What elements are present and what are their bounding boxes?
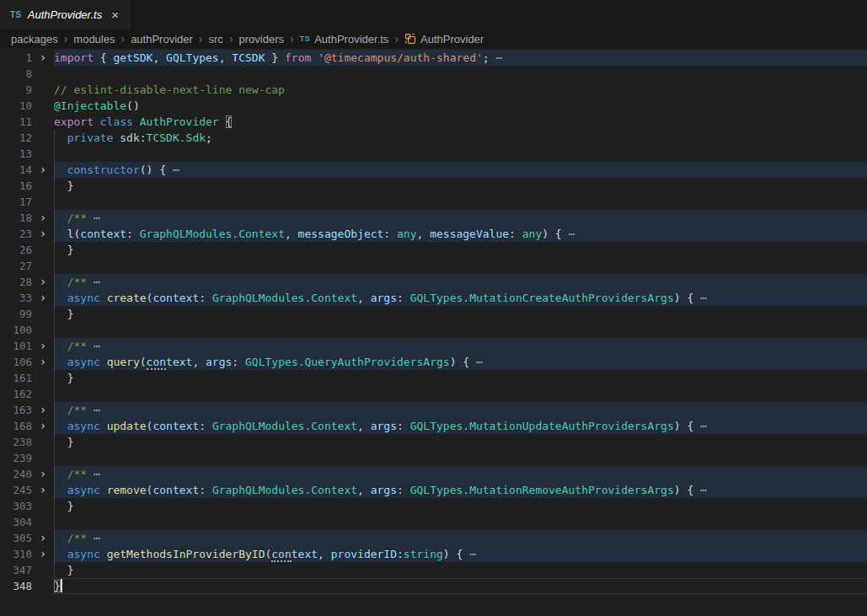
typescript-file-icon: TS [10, 10, 22, 19]
line-number: 161 [0, 370, 32, 386]
code-line-13[interactable]: 13 [0, 146, 867, 162]
code-token: query [107, 356, 140, 368]
fold-chevron-icon[interactable]: › [32, 546, 54, 562]
code-token: con [271, 548, 291, 562]
tab-title: AuthProvider.ts [28, 8, 102, 21]
code-line-245[interactable]: 245› async remove(context: GraphQLModule… [0, 482, 867, 498]
code-line-162[interactable]: 162 [0, 386, 867, 402]
code-line-16[interactable]: 16 } [0, 178, 867, 194]
code-line-1[interactable]: 1›import { getSDK, GQLTypes, TCSDK } fro… [0, 50, 867, 66]
line-number: 11 [0, 114, 32, 130]
code-line-18[interactable]: 18› /** ⋯ [0, 210, 867, 226]
fold-chevron-icon[interactable]: › [32, 162, 54, 178]
tab-authprovider[interactable]: TS AuthProvider.ts × [0, 0, 130, 29]
code-text [54, 258, 867, 274]
code-text: constructor() { ⋯ [54, 162, 867, 178]
code-line-238[interactable]: 238 } [0, 434, 867, 450]
fold-chevron-icon[interactable]: › [32, 466, 54, 482]
breadcrumb-item-authProvider[interactable]: authProvider [131, 33, 193, 46]
fold-chevron-icon [32, 514, 54, 530]
code-line-101[interactable]: 101› /** ⋯ [0, 338, 867, 354]
code-line-8[interactable]: 8 [0, 66, 867, 82]
close-icon[interactable]: × [111, 8, 119, 21]
code-token: , [219, 51, 233, 64]
breadcrumb-item-packages[interactable]: packages [11, 33, 58, 46]
code-token: ⋯ [94, 340, 100, 352]
fold-chevron-icon[interactable]: › [32, 290, 54, 306]
gutter: 16 [0, 178, 54, 194]
gutter: 240› [0, 466, 54, 482]
line-number: 238 [0, 434, 32, 450]
code-token: /** [67, 468, 94, 480]
breadcrumb-item-modules[interactable]: modules [73, 33, 115, 46]
fold-chevron-icon[interactable]: › [32, 418, 54, 434]
code-line-17[interactable]: 17 [0, 194, 867, 210]
code-line-305[interactable]: 305› /** ⋯ [0, 530, 867, 546]
fold-chevron-icon[interactable]: › [32, 274, 54, 290]
breadcrumb-item-providers[interactable]: providers [239, 33, 284, 46]
code-token: messageObject [298, 228, 384, 240]
code-text: } [54, 434, 867, 450]
code-token [100, 548, 107, 560]
code-line-240[interactable]: 240› /** ⋯ [0, 466, 867, 482]
code-line-100[interactable]: 100 [0, 322, 867, 338]
code-line-99[interactable]: 99 } [0, 306, 867, 322]
fold-chevron-icon [32, 578, 54, 594]
line-number: 310 [0, 546, 32, 562]
code-text [54, 66, 867, 82]
breadcrumb-item-symbol[interactable]: AuthProvider [404, 33, 484, 46]
code-line-14[interactable]: 14› constructor() { ⋯ [0, 162, 867, 178]
code-text: } [54, 242, 867, 258]
code-line-28[interactable]: 28› /** ⋯ [0, 274, 867, 290]
fold-chevron-icon[interactable]: › [32, 530, 54, 546]
code-token: constructor [67, 163, 140, 176]
code-line-303[interactable]: 303 } [0, 498, 867, 514]
code-token: any [397, 228, 416, 240]
code-line-10[interactable]: 10@Injectable() [0, 98, 867, 114]
fold-chevron-icon[interactable]: › [32, 50, 54, 66]
code-line-23[interactable]: 23› l(context: GraphQLModules.Context, m… [0, 226, 867, 242]
code-line-9[interactable]: 9// eslint-disable-next-line new-cap [0, 82, 867, 98]
code-token: : [397, 484, 410, 496]
fold-chevron-icon[interactable]: › [32, 482, 54, 498]
code-token: GQLTypes [166, 51, 219, 64]
code-line-27[interactable]: 27 [0, 258, 867, 274]
code-line-161[interactable]: 161 } [0, 370, 867, 386]
code-line-348[interactable]: 348} [0, 578, 867, 594]
code-line-11[interactable]: 11export class AuthProvider { [0, 114, 867, 130]
fold-chevron-icon[interactable]: › [32, 226, 54, 242]
code-line-12[interactable]: 12 private sdk:TCSDK.Sdk; [0, 130, 867, 146]
fold-chevron-icon[interactable]: › [32, 210, 54, 226]
tab-bar: TS AuthProvider.ts × [0, 0, 867, 29]
code-line-163[interactable]: 163› /** ⋯ [0, 402, 867, 418]
code-editor[interactable]: 1›import { getSDK, GQLTypes, TCSDK } fro… [0, 48, 867, 594]
code-token: ⋯ [94, 404, 100, 416]
code-line-106[interactable]: 106› async query(context, args: GQLTypes… [0, 354, 867, 370]
chevron-right-icon: › [229, 33, 233, 45]
code-line-168[interactable]: 168› async update(context: GraphQLModule… [0, 418, 867, 434]
code-line-347[interactable]: 347 } [0, 562, 867, 578]
code-token: ; [206, 131, 212, 144]
code-token: async [67, 484, 100, 496]
fold-chevron-icon[interactable]: › [32, 354, 54, 370]
code-token: () [126, 99, 140, 112]
code-text: @Injectable() [54, 98, 867, 114]
line-number: 10 [0, 98, 32, 114]
breadcrumb: packages›modules›authProvider›src›provid… [0, 29, 867, 48]
fold-chevron-icon[interactable]: › [32, 402, 54, 418]
fold-chevron-icon[interactable]: › [32, 338, 54, 354]
code-line-310[interactable]: 310› async getMethodsInProviderByID(cont… [0, 546, 867, 562]
code-line-26[interactable]: 26 } [0, 242, 867, 258]
code-token: GQLTypes.QueryAuthProvidersArgs [245, 356, 450, 368]
code-token [311, 51, 318, 64]
code-token: : [397, 548, 404, 560]
breadcrumb-item-src[interactable]: src [209, 33, 223, 46]
chevron-right-icon: › [199, 33, 203, 45]
code-line-33[interactable]: 33› async create(context: GraphQLModules… [0, 290, 867, 306]
code-line-304[interactable]: 304 [0, 514, 867, 530]
code-token: args [371, 484, 397, 496]
code-line-239[interactable]: 239 [0, 450, 867, 466]
code-text: } [54, 578, 867, 594]
breadcrumb-item-file[interactable]: TSAuthProvider.ts [300, 33, 389, 46]
gutter: 8 [0, 66, 54, 82]
